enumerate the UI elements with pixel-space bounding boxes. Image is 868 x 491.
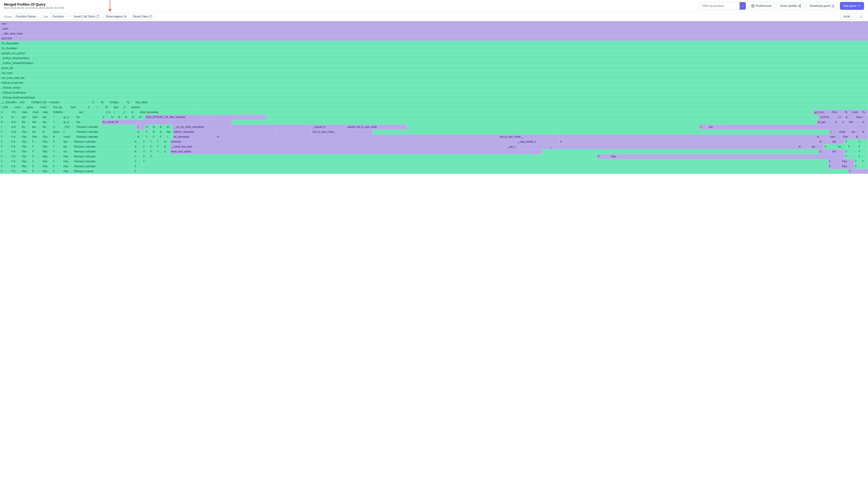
flame-cell[interactable]: F: [134, 169, 142, 174]
flame-cell[interactable]: F: [142, 139, 150, 144]
flame-cell[interactable]: F: [52, 139, 62, 144]
share-profile-button[interactable]: Share profile: [777, 2, 805, 10]
flame-row-run-eval[interactable]: run_eval_code_obj: [0, 75, 868, 80]
flame-cell[interactable]: foo: [62, 149, 73, 154]
flame-cell[interactable]: PyObject_Get: [30, 100, 48, 105]
flame-cell[interactable]: F: [31, 164, 42, 169]
flame-row-simplefile[interactable]: _PyRun_SimpleFileObject: [0, 61, 868, 65]
flame-cell[interactable]: F fc: [10, 164, 21, 169]
flame-row-pyeval-evalframe[interactable]: _PyEval_EvalFrame: [0, 90, 868, 95]
flame-cell[interactable]: Fibonacci::calculate: [73, 154, 134, 159]
flame-cell[interactable]: F fc: [10, 149, 21, 154]
flame-cell[interactable]: Fibo: [841, 159, 854, 164]
flame-cell[interactable]: F: [597, 154, 610, 159]
flame-cell[interactable]: [142, 164, 828, 169]
flame-cell[interactable]: Fibo: [42, 164, 52, 169]
flame-cell[interactable]: <: [829, 129, 838, 135]
flame-cell[interactable]: __rseq_handle_n: [516, 139, 560, 144]
flame-cell[interactable]: d:: [91, 100, 100, 105]
flame-cell[interactable]: bi: [117, 115, 124, 120]
flame-cell[interactable]: bar: [21, 120, 31, 124]
flame-cell[interactable]: bar: [42, 120, 52, 124]
flame-cell[interactable]: m: [816, 135, 829, 139]
flame-row-pyrunmain[interactable]: Py_RunMain: [0, 46, 868, 51]
flame-cell[interactable]: [266, 115, 818, 120]
function-select[interactable]: Function: [50, 13, 70, 20]
flame-cell[interactable]: Fibonacci::calculate: [75, 135, 136, 139]
flame-cell[interactable]: F: [150, 139, 156, 144]
flame-cell[interactable]: bar: [31, 124, 42, 129]
flame-cell[interactable]: F: [52, 164, 62, 169]
flame-cell[interactable]: F: [156, 144, 163, 149]
flame-cell[interactable]: <: [52, 120, 62, 124]
flame-cell[interactable]: [407, 124, 699, 129]
flame-cell[interactable]: bar: [62, 144, 73, 149]
flame-cell[interactable]: bi bi: [10, 124, 21, 129]
flame-cell[interactable]: exit_to_user_mode__: [311, 129, 372, 135]
flame-cell[interactable]: clock_nanosleep: [139, 110, 208, 115]
flame-cell[interactable]: time_sleep: [135, 100, 221, 105]
flame-cell[interactable]: baz: [78, 110, 104, 115]
flame-cell[interactable]: bi: [124, 115, 131, 120]
flame-cell[interactable]: bi: [163, 139, 170, 144]
flame-cell[interactable]: F fc: [10, 169, 21, 174]
flame-cell[interactable]: __sched_text_start: [170, 144, 265, 149]
flame-cell[interactable]: Fibo: [42, 154, 52, 159]
flame-cell[interactable]: F: [142, 144, 150, 149]
flame-cell[interactable]: d:: [102, 115, 110, 120]
flame-cell[interactable]: Fibo: [62, 159, 73, 164]
flame-cell[interactable]: m: [136, 129, 145, 135]
flame-cell[interactable]: foo: [75, 115, 102, 120]
flame-cell[interactable]: F: [854, 159, 861, 164]
flame-cell[interactable]: <: [113, 110, 121, 115]
flame-cell[interactable]: di: [845, 115, 855, 120]
icicle-select[interactable]: Icicle: [841, 13, 856, 20]
flame-cell[interactable]: _: [294, 129, 311, 135]
flame-cell[interactable]: baz: [42, 115, 52, 120]
flame-cell[interactable]: m: [52, 124, 62, 129]
flame-cell[interactable]: bi: [152, 124, 159, 129]
flame-cell[interactable]: baz: [21, 115, 31, 120]
flame-cell[interactable]: gc_a: [62, 115, 76, 120]
flame-cell[interactable]: bi: [42, 129, 52, 135]
flame-cell[interactable]: Fibo: [21, 139, 31, 144]
flame-cell[interactable]: syscall_exit_to_user_mode: [346, 124, 407, 129]
flame-cell[interactable]: foo: [832, 149, 845, 154]
flame-cell[interactable]: type: [113, 105, 121, 110]
flame-cell[interactable]: [560, 135, 816, 139]
flame-row-libc[interactable]: __libc_start_main: [0, 31, 868, 36]
flame-cell[interactable]: schedule: [170, 139, 265, 144]
flame-cell[interactable]: F fc: [10, 159, 21, 164]
flame-cell[interactable]: Fibo: [610, 154, 623, 159]
show-legend-button[interactable]: Show legend: [104, 13, 129, 20]
flame-cell[interactable]: fc: [134, 139, 142, 144]
flame-cell[interactable]: F: [152, 135, 159, 139]
flame-cell[interactable]: F: [854, 164, 861, 169]
flame-cell[interactable]: F: [858, 139, 868, 144]
flame-cell[interactable]: F: [861, 159, 868, 164]
flame-cell[interactable]: [156, 154, 597, 159]
flame-cell[interactable]: [232, 120, 817, 124]
reset-view-button[interactable]: Reset View: [131, 13, 154, 20]
flame-cell[interactable]: <mod: [838, 129, 851, 135]
flame-cell[interactable]: F: [52, 159, 62, 164]
flame-cell[interactable]: F: [31, 149, 42, 154]
flame-graph-container[interactable]: root _start __libc_start_main 0x27249 Py…: [0, 21, 868, 490]
flame-cell[interactable]: F: [150, 144, 156, 149]
flame-cell[interactable]: [150, 159, 828, 164]
flame-cell[interactable]: Fibo: [42, 159, 52, 164]
flame-cell[interactable]: main: [829, 135, 842, 139]
flame-cell[interactable]: _J m: [104, 110, 113, 115]
flame-cell[interactable]: F: [31, 169, 42, 174]
flame-cell[interactable]: Fibo: [21, 169, 31, 174]
flame-cell[interactable]: pyma: [52, 129, 62, 135]
flame-cell[interactable]: fc: [159, 129, 166, 135]
flame-cell[interactable]: get_mon: [813, 110, 831, 115]
flame-cell[interactable]: baz: [31, 120, 42, 124]
flame-cell[interactable]: bi: [131, 115, 138, 120]
flame-cell[interactable]: F fc: [10, 144, 21, 149]
flame-row-pyeval-default[interactable]: _PyEval_EvalFrameDefault: [0, 95, 868, 100]
flame-cell[interactable]: gc_a: [62, 120, 76, 124]
flame-row-pyrunfile[interactable]: pyrun_file: [0, 65, 868, 70]
flame-cell[interactable]: Fibo: [42, 149, 52, 154]
